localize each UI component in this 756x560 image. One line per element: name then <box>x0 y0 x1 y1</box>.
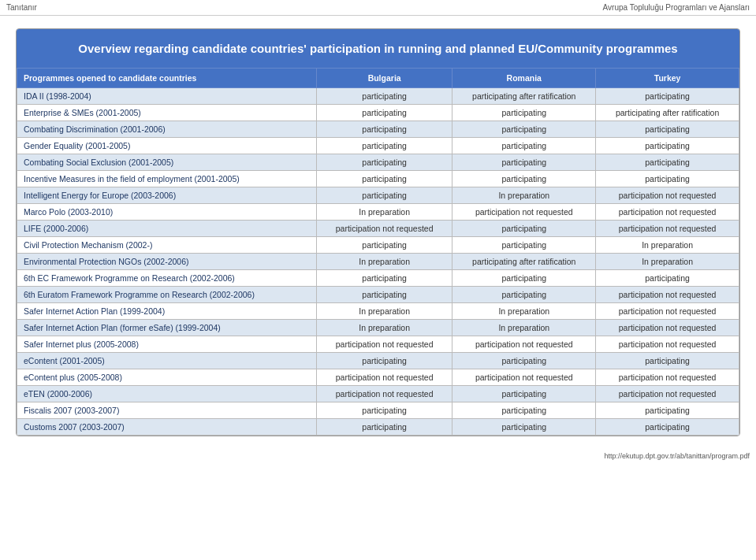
programme-name: Marco Polo (2003-2010) <box>17 204 317 221</box>
cell-r8-c2: participating <box>452 221 596 237</box>
table-row: Combating Discrimination (2001-2006)part… <box>17 121 739 138</box>
programme-name: Safer Internet Action Plan (former eSafe… <box>17 320 317 336</box>
programme-name: Safer Internet Action Plan (1999-2004) <box>17 303 317 320</box>
table-row: Gender Equality (2001-2005)participating… <box>17 138 739 154</box>
cell-r13-c1: In preparation <box>316 303 452 320</box>
programme-name: Combating Discrimination (2001-2006) <box>17 121 317 138</box>
programme-name: eTEN (2000-2006) <box>17 386 317 402</box>
cell-r17-c3: participation not requested <box>596 369 739 386</box>
programme-name: eContent plus (2005-2008) <box>17 369 317 386</box>
cell-r13-c2: In preparation <box>452 303 596 320</box>
col-header-programme: Programmes opened to candidate countries <box>17 69 317 88</box>
cell-r1-c1: participating <box>316 105 452 121</box>
footer-url: http://ekutup.dpt.gov.tr/ab/tanittan/pro… <box>605 452 750 460</box>
cell-r12-c2: participating <box>452 287 596 303</box>
cell-r0-c1: participating <box>316 88 452 105</box>
main-content: Overview regarding candidate countries' … <box>0 16 756 449</box>
cell-r18-c1: participation not requested <box>316 386 452 402</box>
cell-r5-c3: participating <box>596 171 739 187</box>
programme-name: Safer Internet plus (2005-2008) <box>17 336 317 353</box>
header-left: Tanıtanır <box>6 3 37 12</box>
programme-name: Customs 2007 (2003-2007) <box>17 419 317 436</box>
table-row: Safer Internet plus (2005-2008)participa… <box>17 336 739 353</box>
col-header-country-2: Romania <box>452 69 596 88</box>
programmes-table: Programmes opened to candidate countries… <box>17 68 739 436</box>
cell-r16-c3: participating <box>596 353 739 369</box>
programme-name: Fiscalis 2007 (2003-2007) <box>17 402 317 419</box>
cell-r9-c2: participating <box>452 237 596 254</box>
programme-name: Intelligent Energy for Europe (2003-2006… <box>17 187 317 204</box>
cell-r0-c3: participating <box>596 88 739 105</box>
cell-r4-c3: participating <box>596 154 739 171</box>
page-footer: http://ekutup.dpt.gov.tr/ab/tanittan/pro… <box>0 449 756 463</box>
table-row: 6th EC Framework Programme on Research (… <box>17 270 739 287</box>
cell-r4-c2: participating <box>452 154 596 171</box>
overview-card: Overview regarding candidate countries' … <box>16 28 740 436</box>
cell-r18-c2: participating <box>452 386 596 402</box>
header-right: Avrupa Topluluğu Programları ve Ajanslar… <box>603 3 750 12</box>
cell-r14-c1: In preparation <box>316 320 452 336</box>
cell-r1-c2: participating <box>452 105 596 121</box>
cell-r5-c1: participating <box>316 171 452 187</box>
programme-name: Incentive Measures in the field of emplo… <box>17 171 317 187</box>
programme-name: LIFE (2000-2006) <box>17 221 317 237</box>
programme-name: Combating Social Exclusion (2001-2005) <box>17 154 317 171</box>
table-row: LIFE (2000-2006)participation not reques… <box>17 221 739 237</box>
cell-r2-c1: participating <box>316 121 452 138</box>
cell-r20-c2: participating <box>452 419 596 436</box>
programme-name: eContent (2001-2005) <box>17 353 317 369</box>
cell-r3-c1: participating <box>316 138 452 154</box>
cell-r10-c2: participating after ratification <box>452 254 596 270</box>
programme-name: Civil Protection Mechanism (2002-) <box>17 237 317 254</box>
cell-r16-c2: participating <box>452 353 596 369</box>
table-row: eTEN (2000-2006)participation not reques… <box>17 386 739 402</box>
page-header: Tanıtanır Avrupa Topluluğu Programları v… <box>0 0 756 16</box>
cell-r19-c1: participating <box>316 402 452 419</box>
cell-r3-c2: participating <box>452 138 596 154</box>
cell-r17-c1: participation not requested <box>316 369 452 386</box>
cell-r7-c1: In preparation <box>316 204 452 221</box>
cell-r10-c3: In preparation <box>596 254 739 270</box>
cell-r1-c3: participating after ratification <box>596 105 739 121</box>
cell-r20-c1: participating <box>316 419 452 436</box>
cell-r12-c1: participating <box>316 287 452 303</box>
table-row: Incentive Measures in the field of emplo… <box>17 171 739 187</box>
cell-r15-c1: participation not requested <box>316 336 452 353</box>
table-row: Civil Protection Mechanism (2002-)partic… <box>17 237 739 254</box>
card-title: Overview regarding candidate countries' … <box>17 29 739 68</box>
cell-r14-c2: In preparation <box>452 320 596 336</box>
table-row: Combating Social Exclusion (2001-2005)pa… <box>17 154 739 171</box>
table-row: Marco Polo (2003-2010)In preparationpart… <box>17 204 739 221</box>
cell-r6-c3: participation not requested <box>596 187 739 204</box>
table-row: Enterprise & SMEs (2001-2005)participati… <box>17 105 739 121</box>
cell-r17-c2: participation not requested <box>452 369 596 386</box>
programme-name: Gender Equality (2001-2005) <box>17 138 317 154</box>
table-row: Environmental Protection NGOs (2002-2006… <box>17 254 739 270</box>
cell-r12-c3: participation not requested <box>596 287 739 303</box>
cell-r2-c3: participating <box>596 121 739 138</box>
table-row: Safer Internet Action Plan (former eSafe… <box>17 320 739 336</box>
cell-r11-c3: participating <box>596 270 739 287</box>
col-header-country-1: Bulgaria <box>316 69 452 88</box>
programme-name: 6th Euratom Framework Programme on Resea… <box>17 287 317 303</box>
cell-r11-c2: participating <box>452 270 596 287</box>
programme-name: 6th EC Framework Programme on Research (… <box>17 270 317 287</box>
cell-r8-c1: participation not requested <box>316 221 452 237</box>
cell-r19-c3: participating <box>596 402 739 419</box>
table-row: Customs 2007 (2003-2007)participatingpar… <box>17 419 739 436</box>
cell-r15-c2: participation not requested <box>452 336 596 353</box>
cell-r13-c3: participation not requested <box>596 303 739 320</box>
cell-r0-c2: participating after ratification <box>452 88 596 105</box>
table-row: IDA II (1998-2004)participatingparticipa… <box>17 88 739 105</box>
cell-r19-c2: participating <box>452 402 596 419</box>
table-row: Safer Internet Action Plan (1999-2004)In… <box>17 303 739 320</box>
cell-r14-c3: participation not requested <box>596 320 739 336</box>
cell-r11-c1: participating <box>316 270 452 287</box>
table-row: Fiscalis 2007 (2003-2007)participatingpa… <box>17 402 739 419</box>
cell-r16-c1: participating <box>316 353 452 369</box>
cell-r9-c3: In preparation <box>596 237 739 254</box>
cell-r10-c1: In preparation <box>316 254 452 270</box>
col-header-country-3: Turkey <box>596 69 739 88</box>
cell-r20-c3: participating <box>596 419 739 436</box>
cell-r5-c2: participating <box>452 171 596 187</box>
